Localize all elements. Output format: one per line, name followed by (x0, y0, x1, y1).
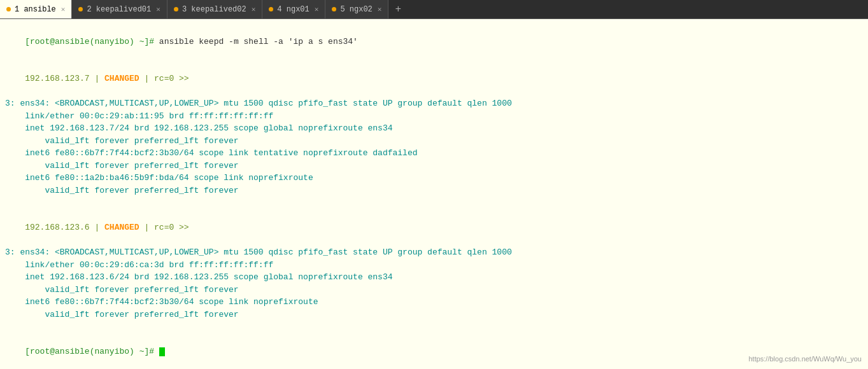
close-icon[interactable]: ✕ (315, 5, 319, 13)
list-item: inet6 fe80::1a2b:ba46:5b9f:bda/64 scope … (5, 172, 863, 184)
tab-dot (332, 7, 336, 11)
list-item: valid_lft forever preferred_lft forever (5, 160, 863, 172)
list-item: 3: ens34: <BROADCAST,MULTICAST,UP,LOWER_… (5, 246, 863, 259)
tab-label: 5 ngx02 (340, 5, 372, 14)
cursor-block (159, 347, 165, 356)
watermark: https://blog.csdn.net/WuWq/Wu_you (748, 354, 862, 365)
list-item: inet 192.168.123.6/24 brd 192.168.123.25… (5, 271, 863, 284)
block2-status-line: 192.168.123.6 | CHANGED | rc=0 >> (5, 209, 863, 247)
list-item: valid_lft forever preferred_lft forever (5, 284, 863, 296)
tab-dot (6, 7, 11, 11)
tab-bar: 1 ansible ✕ 2 keepalived01 ✕ 3 keepalive… (0, 0, 868, 19)
block2-changed: CHANGED (104, 223, 139, 232)
command-line: [root@ansible(nanyibo) ~]# ansible keepd… (5, 23, 863, 60)
block1-suffix: | rc=0 >> (139, 74, 189, 83)
tab-label: 2 keepalived01 (87, 5, 151, 14)
list-item: link/ether 00:0c:29:ab:11:95 brd ff:ff:f… (5, 110, 863, 123)
empty-line-2 (5, 321, 863, 333)
block2-output: 3: ens34: <BROADCAST,MULTICAST,UP,LOWER_… (5, 246, 863, 321)
block1-changed: CHANGED (104, 74, 139, 83)
list-item: inet 192.168.123.7/24 brd 192.168.123.25… (5, 122, 863, 135)
prompt-text: [root@ansible(nanyibo) ~]# (25, 37, 159, 46)
empty-line-1 (5, 197, 863, 209)
command-text: ansible keepd -m shell -a 'ip a s ens34' (159, 37, 358, 46)
close-icon[interactable]: ✕ (61, 5, 66, 13)
list-item: inet6 fe80::6b7f:7f44:bcf2:3b30/64 scope… (5, 147, 863, 160)
block1-output: 3: ens34: <BROADCAST,MULTICAST,UP,LOWER_… (5, 97, 863, 197)
block1-ip: 192.168.123.7 | (25, 74, 104, 83)
close-icon[interactable]: ✕ (252, 5, 256, 13)
tab-label: 4 ngx01 (277, 5, 309, 14)
tab-ngx01[interactable]: 4 ngx01 ✕ (262, 0, 325, 18)
block2-ip: 192.168.123.6 | (25, 223, 104, 232)
tab-ansible[interactable]: 1 ansible ✕ (0, 0, 72, 18)
block2-suffix: | rc=0 >> (139, 223, 189, 232)
list-item: valid_lft forever preferred_lft forever (5, 309, 863, 321)
tab-keepalived02[interactable]: 3 keepalived02 ✕ (167, 0, 262, 18)
list-item: 3: ens34: <BROADCAST,MULTICAST,UP,LOWER_… (5, 97, 863, 110)
tab-ngx02[interactable]: 5 ngx02 ✕ (325, 0, 388, 18)
close-icon[interactable]: ✕ (156, 5, 160, 13)
block1-status-line: 192.168.123.7 | CHANGED | rc=0 >> (5, 60, 863, 98)
list-item: valid_lft forever preferred_lft forever (5, 184, 863, 197)
close-icon[interactable]: ✕ (378, 5, 382, 13)
tab-keepalived01[interactable]: 2 keepalived01 ✕ (72, 0, 167, 18)
list-item: link/ether 00:0c:29:d6:ca:3d brd ff:ff:f… (5, 259, 863, 272)
terminal-area: [root@ansible(nanyibo) ~]# ansible keepd… (0, 19, 868, 369)
tab-label: 3 keepalived02 (182, 5, 246, 14)
add-tab-button[interactable]: + (388, 0, 408, 18)
tab-label: 1 ansible (15, 5, 56, 14)
final-prompt-line: [root@ansible(nanyibo) ~]# (5, 333, 863, 370)
final-prompt-text: [root@ansible(nanyibo) ~]# (25, 347, 159, 356)
tab-dot (269, 7, 273, 11)
list-item: inet6 fe80::6b7f:7f44:bcf2:3b30/64 scope… (5, 296, 863, 309)
tab-dot (174, 7, 178, 11)
list-item: valid_lft forever preferred_lft forever (5, 135, 863, 148)
tab-dot (78, 7, 83, 11)
